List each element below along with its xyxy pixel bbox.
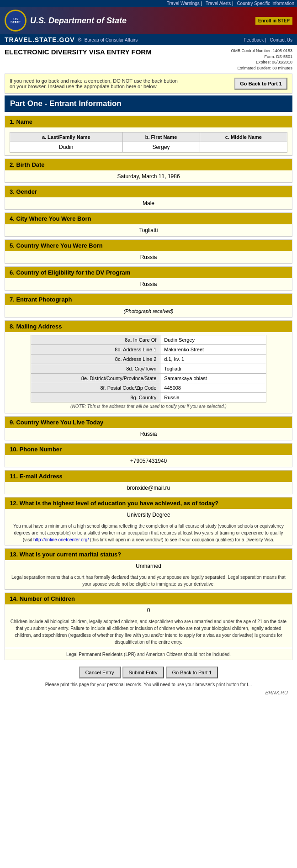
section-gender-label: 3. Gender	[5, 186, 292, 197]
children-note1: Children include all biological children…	[5, 616, 292, 647]
email-value: bronxide@mail.ru	[127, 485, 170, 491]
watermark: BRNX.RU	[5, 689, 292, 696]
section-marital-body: Unmarried	[5, 560, 292, 572]
section-marital: 13. What is your current marital status?…	[5, 548, 292, 590]
section-country-live: 9. Country Where You Live Today Russia	[5, 416, 292, 440]
education-warning: You must have a minimum of a high school…	[5, 521, 292, 545]
travel-warnings-link[interactable]: Travel Warnings	[167, 1, 200, 6]
go-back-part1-top-button[interactable]: Go Back to Part 1	[234, 78, 287, 90]
birth-date-value: Saturday, March 11, 1986	[117, 173, 180, 180]
country-eligibility-value: Russia	[140, 281, 157, 287]
section-name-label: 1. Name	[5, 116, 292, 127]
addr-value-incare: Dudin Sergey	[160, 335, 266, 345]
addr-value-line1: Makarenko Street	[160, 345, 266, 355]
addr-value-city: Togliatti	[160, 364, 266, 374]
section-country-live-label: 9. Country Where You Live Today	[5, 417, 292, 428]
onet-link[interactable]: http://online.onetcenter.org/	[33, 537, 89, 542]
marital-note: Legal separation means that a court has …	[5, 572, 292, 589]
col-last-label: a. Last/Family Name	[10, 132, 123, 142]
agency-name: U.S. Department of State	[30, 16, 127, 26]
last-name-value: Dudin	[10, 142, 123, 153]
section-marital-label: 13. What is your current marital status?	[5, 549, 292, 560]
addr-row-line1: 8b. Address Line 1 Makarenko Street	[31, 345, 266, 355]
section-email-body: bronxide@mail.ru	[5, 482, 292, 494]
addr-label-line1: 8b. Address Line 1	[31, 345, 160, 355]
nav-right-links: Feedback | Contact Us	[241, 37, 292, 42]
country-live-value: Russia	[140, 431, 157, 437]
col-first-label: b. First Name	[122, 132, 200, 142]
country-specific-link[interactable]: Country Specific Information	[237, 1, 294, 6]
submit-entry-button[interactable]: Submit Entry	[122, 667, 164, 678]
contact-link[interactable]: Contact Us	[270, 37, 292, 42]
section-gender: 3. Gender Male	[5, 185, 292, 210]
section-phone-body: +79057431940	[5, 455, 292, 467]
children-note2: Legal Permanent Residents (LPR) and Amer…	[5, 649, 292, 660]
addr-label-line2: 8c. Address Line 2	[31, 355, 160, 364]
addr-row-postal: 8f. Postal Code/Zip Code 445008	[31, 383, 266, 393]
section-children: 14. Number of Children 0 Children includ…	[5, 593, 292, 660]
cancel-entry-button[interactable]: Cancel Entry	[79, 667, 121, 678]
addr-label-country: 8g. Country	[31, 393, 160, 402]
form-title: ELECTRONIC DIVERSITY VISA ENTRY FORM	[5, 48, 152, 56]
nav-bar: TRAVEL.STATE.GOV ⚙ Bureau of Consular Af…	[0, 34, 297, 45]
go-back-part1-bottom-button[interactable]: Go Back to Part 1	[166, 667, 218, 678]
section-country-eligibility: 6. Country of Eligibility for the DV Pro…	[5, 266, 292, 291]
addr-value-country: Russia	[160, 393, 266, 402]
section-country-born-label: 5. Country Where You Were Born	[5, 240, 292, 251]
addr-label-incare: 8a. In Care Of	[31, 335, 160, 345]
col-middle-label: c. Middle Name	[200, 132, 287, 142]
addr-row-city: 8d. City/Town Togliatti	[31, 364, 266, 374]
bottom-buttons-area: Cancel Entry Submit Entry Go Back to Par…	[5, 663, 292, 680]
section-country-eligibility-body: Russia	[5, 278, 292, 290]
section-country-live-body: Russia	[5, 428, 292, 440]
section-education-label: 12. What is the highest level of educati…	[5, 498, 292, 509]
back-notice-area: If you need to go back and make a correc…	[5, 74, 292, 94]
section-children-body: 0	[5, 604, 292, 616]
feedback-link[interactable]: Feedback	[244, 37, 264, 42]
section-name-body: a. Last/Family Name b. First Name c. Mid…	[5, 127, 292, 155]
gender-value: Male	[143, 200, 154, 206]
addr-value-postal: 445008	[160, 383, 266, 393]
section-city-born: 4. City Where You Were Born Togliatti	[5, 212, 292, 237]
city-born-value: Togliatti	[139, 227, 158, 233]
section-phone: 10. Phone Number +79057431940	[5, 443, 292, 467]
addr-value-line2: d.1, kv. 1	[160, 355, 266, 364]
section-mailing-label: 8. Mailing Address	[5, 321, 292, 332]
enroll-button[interactable]: Enroll in STEP	[255, 17, 292, 25]
education-value: University Degree	[10, 512, 287, 518]
marital-value: Unmarried	[136, 563, 161, 569]
phone-value: +79057431940	[130, 458, 167, 464]
section-city-born-body: Togliatti	[5, 224, 292, 236]
section-birth-date-label: 2. Birth Date	[5, 159, 292, 170]
section-photograph-label: 7. Entrant Photograph	[5, 294, 292, 305]
section-photograph-body: (Photograph received)	[5, 305, 292, 317]
form-header-area: ELECTRONIC DIVERSITY VISA ENTRY FORM OMB…	[0, 45, 297, 72]
main-content: Part One - Entrant Information 1. Name a…	[0, 95, 297, 701]
section-mailing-body: 8a. In Care Of Dudin Sergey 8b. Address …	[5, 332, 292, 413]
addr-row-district: 8e. District/County/Province/State Samar…	[31, 374, 266, 383]
section-city-born-label: 4. City Where You Were Born	[5, 213, 292, 224]
section-email: 11. E-mail Address bronxide@mail.ru	[5, 470, 292, 494]
state-dept-seal: USSTATE	[5, 10, 27, 32]
section-children-label: 14. Number of Children	[5, 593, 292, 604]
addr-label-city: 8d. City/Town	[31, 364, 160, 374]
section-education-body: University Degree	[5, 509, 292, 521]
top-bar: Travel Warnings | Travel Alerts | Countr…	[0, 0, 297, 7]
section-birth-date-body: Saturday, March 11, 1986	[5, 170, 292, 182]
print-note: Please print this page for your personal…	[5, 680, 292, 689]
addr-value-district: Samarskaya oblast	[160, 374, 266, 383]
section-education: 12. What is the highest level of educati…	[5, 497, 292, 545]
travel-alerts-link[interactable]: Travel Alerts	[206, 1, 231, 6]
section-name: 1. Name a. Last/Family Name b. First Nam…	[5, 116, 292, 156]
section-country-born-body: Russia	[5, 251, 292, 263]
section-phone-label: 10. Phone Number	[5, 444, 292, 455]
back-notice-text: If you need to go back and make a correc…	[10, 78, 183, 89]
addr-label-district: 8e. District/County/Province/State	[31, 374, 160, 383]
photograph-value: (Photograph received)	[124, 308, 174, 314]
section-country-eligibility-label: 6. Country of Eligibility for the DV Pro…	[5, 267, 292, 278]
addr-row-incare: 8a. In Care Of Dudin Sergey	[31, 335, 266, 345]
bureau-label: Bureau of Consular Affairs	[85, 37, 138, 42]
section-birth-date: 2. Birth Date Saturday, March 11, 1986	[5, 159, 292, 183]
addr-row-country: 8g. Country Russia	[31, 393, 266, 402]
part-one-header: Part One - Entrant Information	[5, 95, 292, 112]
